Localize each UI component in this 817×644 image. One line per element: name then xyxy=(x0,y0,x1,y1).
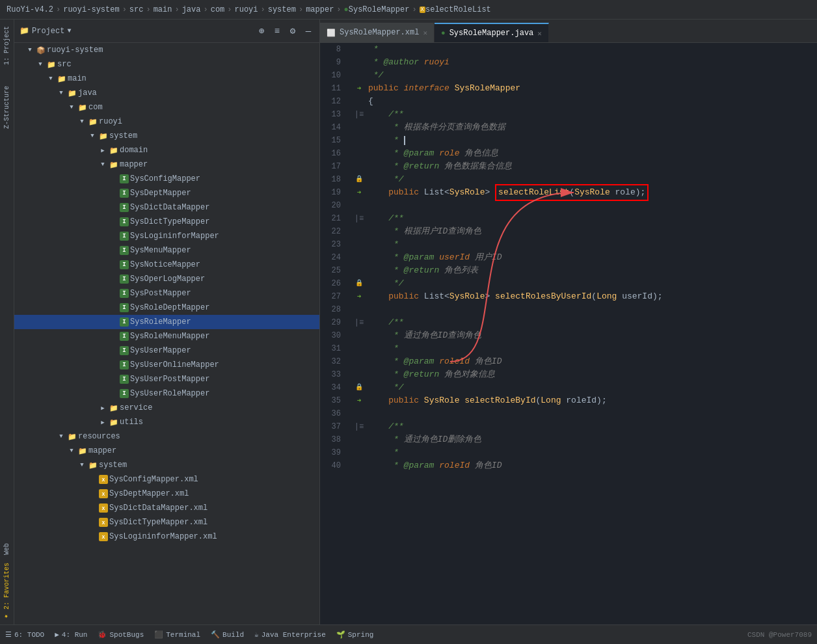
folder-java-icon: 📁 xyxy=(66,89,78,98)
expand-all-button[interactable]: ⊕ xyxy=(256,25,267,37)
breadcrumb-ruoyi2[interactable]: ruoyi xyxy=(235,5,258,14)
bottombar-terminal[interactable]: ⬛ Terminal xyxy=(154,630,200,639)
tree-item-sysrolemapper[interactable]: I SysRoleMapper xyxy=(14,315,319,329)
tree-item-sysdeptmapper-xml[interactable]: X SysDeptMapper.xml xyxy=(14,487,319,501)
tree-item-domain[interactable]: ▶ 📁 domain xyxy=(14,143,319,157)
breadcrumb-mapper[interactable]: mapper xyxy=(306,5,334,14)
terminal-icon: ⬛ xyxy=(154,630,163,639)
tree-item-sysrolemenumapper[interactable]: I SysRoleMenuMapper xyxy=(14,329,319,343)
hide-button[interactable]: — xyxy=(302,25,314,37)
bottombar-todo[interactable]: ☰ 6: TODO xyxy=(5,630,44,639)
java-tab-icon: ● xyxy=(441,29,446,37)
xml-icon: X xyxy=(98,503,109,513)
interface-icon: I xyxy=(118,346,130,355)
bottombar-build[interactable]: 🔨 Build xyxy=(211,630,244,639)
bottombar-run[interactable]: ▶ 4: Run xyxy=(55,630,87,639)
code-line-30: * 通过角色ID查询角色 xyxy=(368,329,817,342)
breadcrumb-selectrolelist[interactable]: selectRoleList xyxy=(425,5,491,14)
tree-item-mapper-res[interactable]: ▼ 📁 mapper xyxy=(14,444,319,458)
interface-icon: I xyxy=(118,275,130,284)
interface-icon: I xyxy=(118,217,130,226)
xml-icon: X xyxy=(98,532,109,541)
tree-item-sysusermapper[interactable]: I SysUserMapper xyxy=(14,343,319,358)
tree-item-ruoyi-system[interactable]: ▼ 📦 ruoyi-system xyxy=(14,43,319,57)
tree-item-resources[interactable]: ▼ 📁 resources xyxy=(14,429,319,444)
tree-item-system[interactable]: ▼ 📁 system xyxy=(14,129,319,143)
tree-item-sysdicttypemapper[interactable]: I SysDictTypeMapper xyxy=(14,215,319,229)
interface-icon: I xyxy=(118,389,130,398)
tree-item-sysconfigmapper-xml[interactable]: X SysConfigMapper.xml xyxy=(14,472,319,487)
breadcrumb-system2[interactable]: system xyxy=(268,5,296,14)
tree-item-sysdictdatamapper-xml[interactable]: X SysDictDataMapper.xml xyxy=(14,501,319,515)
gutter: ➜ |≡ 🔒 ➜ |≡ 🔒 ➜ |≡ xyxy=(353,43,366,624)
breadcrumb-src[interactable]: src xyxy=(129,5,144,14)
tree-item-utils[interactable]: ▶ 📁 utils xyxy=(14,415,319,429)
tree-item-service[interactable]: ▶ 📁 service xyxy=(14,401,319,415)
bottom-bar: ☰ 6: TODO ▶ 4: Run 🐞 SpotBugs ⬛ Terminal… xyxy=(0,624,817,644)
java-enterprise-icon: ☕ xyxy=(254,630,259,639)
side-panel-tabs: 1: Project Z-Structure Web ★ 2: Favorite… xyxy=(0,20,14,624)
side-tab-structure[interactable]: Z-Structure xyxy=(2,82,12,133)
side-tab-web[interactable]: Web xyxy=(2,539,12,559)
tree-item-java[interactable]: ▼ 📁 java xyxy=(14,86,319,100)
bottom-bar-credit: CSDN @Power7089 xyxy=(747,631,812,639)
tree-item-sysmenumapper[interactable]: I SysMenuMapper xyxy=(14,243,319,258)
tree-item-sysnoticemapper[interactable]: I SysNoticeMapper xyxy=(14,258,319,272)
tab-xml[interactable]: ⬜ SysRoleMapper.xml ✕ xyxy=(320,23,435,42)
tree-item-main[interactable]: ▼ 📁 main xyxy=(14,72,319,86)
interface-icon: I xyxy=(118,189,130,198)
tree-item-sysdicttypemapper-xml[interactable]: X SysDictTypeMapper.xml xyxy=(14,515,319,530)
tree-item-src[interactable]: ▼ 📁 src xyxy=(14,57,319,72)
xml-tab-close[interactable]: ✕ xyxy=(423,29,427,37)
tab-java[interactable]: ● SysRoleMapper.java ✕ xyxy=(435,23,549,42)
code-line-9: * @author ruoyi xyxy=(368,56,817,69)
bottombar-spring[interactable]: 🌱 Spring xyxy=(336,630,374,639)
tree-item-sysdictdatamapper[interactable]: I SysDictDataMapper xyxy=(14,200,319,215)
breadcrumb-ruoyi[interactable]: RuoYi-v4.2 xyxy=(7,5,53,14)
tree-item-sysuseronlinemapper[interactable]: I SysUserOnlineMapper xyxy=(14,358,319,372)
tree-item-system-res[interactable]: ▼ 📁 system xyxy=(14,458,319,472)
breadcrumb-com[interactable]: com xyxy=(211,5,225,14)
side-tab-favorites[interactable]: ★ 2: Favorites xyxy=(2,559,12,624)
code-line-34: */ xyxy=(368,381,817,394)
interface-icon: I xyxy=(118,246,130,255)
tree-item-mapper[interactable]: ▼ 📁 mapper xyxy=(14,157,319,172)
tree-item-sysuserrolemapper[interactable]: I SysUserRoleMapper xyxy=(14,386,319,401)
editor-wrapper: ⬜ SysRoleMapper.xml ✕ ● SysRoleMapper.ja… xyxy=(320,20,817,624)
breadcrumb-java[interactable]: java xyxy=(182,5,201,14)
tree-item-sysuserpostmapper[interactable]: I SysUserPostMapper xyxy=(14,372,319,386)
tree-item-sysoperlogmapper[interactable]: I SysOperLogMapper xyxy=(14,272,319,286)
tree-item-syslogininformapper-xml[interactable]: X SysLogininforMapper.xml xyxy=(14,530,319,544)
code-editor[interactable]: 8 9 10 11 12 13 14 15 16 17 18 19 20 21 … xyxy=(320,43,817,624)
tree-item-syspostmapper[interactable]: I SysPostMapper xyxy=(14,286,319,301)
side-tab-project[interactable]: 1: Project xyxy=(2,22,12,69)
tree-item-sysroledeptmapper[interactable]: I SysRoleDeptMapper xyxy=(14,301,319,315)
code-line-35: public SysRole selectRoleById(Long roleI… xyxy=(368,394,817,407)
tree-item-sysconfigmapper[interactable]: I SysConfigMapper xyxy=(14,172,319,186)
java-tab-close[interactable]: ✕ xyxy=(537,29,542,38)
code-line-13: /** xyxy=(368,108,817,121)
breadcrumb-main[interactable]: main xyxy=(154,5,172,14)
code-line-33: * @return 角色对象信息 xyxy=(368,368,817,381)
collapse-all-button[interactable]: ≡ xyxy=(271,25,283,37)
code-line-39: * xyxy=(368,446,817,459)
tree-item-sysdeptmapper[interactable]: I SysDeptMapper xyxy=(14,186,319,200)
code-line-40: * @param roleId 角色ID xyxy=(368,459,817,472)
spring-icon: 🌱 xyxy=(336,630,345,639)
bottombar-java-enterprise[interactable]: ☕ Java Enterprise xyxy=(254,630,326,639)
tree-item-ruoyi[interactable]: ▼ 📁 ruoyi xyxy=(14,114,319,129)
code-line-24: * @param userId 用户ID xyxy=(368,251,817,264)
interface-icon: I xyxy=(118,332,130,341)
settings-button[interactable]: ⚙ xyxy=(287,25,299,37)
code-line-23: * xyxy=(368,238,817,251)
interface-icon: I xyxy=(118,232,130,241)
tree-item-com[interactable]: ▼ 📁 com xyxy=(14,100,319,114)
code-line-22: * 根据用户ID查询角色 xyxy=(368,225,817,238)
breadcrumb-system[interactable]: ruoyi-system xyxy=(63,5,119,14)
bottombar-spotbugs[interactable]: 🐞 SpotBugs xyxy=(98,630,144,639)
code-line-10: */ xyxy=(368,69,817,82)
tree-item-syslogininformapper[interactable]: I SysLogininforMapper xyxy=(14,229,319,243)
code-content[interactable]: * * @author ruoyi */ public interface Sy… xyxy=(366,43,817,624)
code-line-31: * xyxy=(368,342,817,355)
breadcrumb-sysrolemapper[interactable]: SysRoleMapper xyxy=(349,5,410,14)
